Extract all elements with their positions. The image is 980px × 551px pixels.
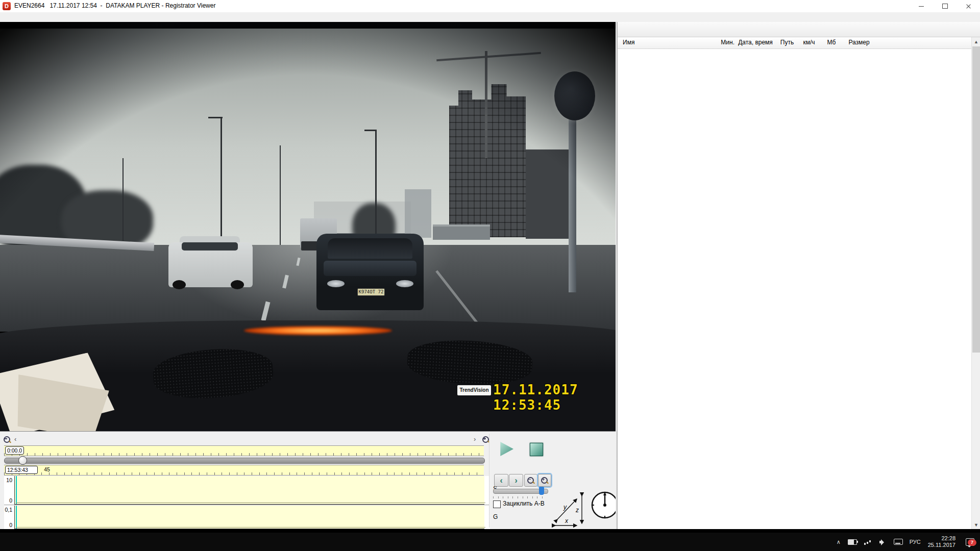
black-strip xyxy=(0,529,980,533)
slider-track[interactable] xyxy=(4,458,485,464)
speed-trace xyxy=(16,503,485,503)
current-position-label: 0:00.0 xyxy=(5,446,24,455)
speed-graph[interactable]: 10 0 xyxy=(4,476,490,505)
y-max-label: 0,1 xyxy=(4,507,12,513)
zoom-in-button[interactable] xyxy=(538,474,551,487)
menu-bar xyxy=(0,12,980,22)
minimize-icon xyxy=(919,6,924,7)
col-datetime[interactable]: Дата, время xyxy=(730,39,781,46)
zoom-out-button[interactable] xyxy=(524,474,537,487)
playhead-cursor xyxy=(16,506,17,529)
minimize-button[interactable] xyxy=(910,0,933,12)
playhead-cursor xyxy=(16,476,17,504)
file-list-panel: Имя Мин. Дата, время Путь км/ч Мб Размер… xyxy=(618,22,980,529)
tray-expand-icon[interactable]: ∧ xyxy=(837,539,841,545)
video-viewport[interactable]: К974ОТ 72 TrendVision 17.11.2017 12:53:4… xyxy=(0,22,616,431)
action-center-button[interactable]: 7 xyxy=(963,538,976,546)
scrollbar[interactable]: ▲ ▼ xyxy=(971,37,980,529)
y-axis-label: y xyxy=(563,504,567,511)
timeline-scroll-right-icon[interactable]: › xyxy=(474,436,476,443)
col-name[interactable]: Имя xyxy=(623,39,634,46)
volume-icon[interactable] xyxy=(879,539,887,545)
loop-ab-checkbox[interactable] xyxy=(493,500,501,508)
gsensor-axes-diagram: y z x xyxy=(551,491,589,531)
windshield-vignette xyxy=(0,22,616,431)
prev-file-button[interactable]: ‹ xyxy=(494,474,508,487)
system-tray: ∧ РУС 22:28 25.11.2017 7 xyxy=(833,533,980,551)
loop-ab-label: Зациклить А-В xyxy=(503,500,545,507)
close-icon xyxy=(966,4,971,9)
table-header[interactable]: Имя Мин. Дата, время Путь км/ч Мб Размер xyxy=(618,37,971,49)
tray-date: 25.11.2017 xyxy=(928,542,955,548)
current-time-label: 12:53:43 xyxy=(5,466,38,474)
brand-overlay: TrendVision xyxy=(457,385,491,395)
tray-time: 22:28 xyxy=(928,535,955,542)
file-list-toolbar xyxy=(618,22,980,37)
file-rows xyxy=(618,48,971,529)
language-indicator[interactable]: РУС xyxy=(910,539,921,545)
y-min-label: 0 xyxy=(4,522,12,528)
timeline-slider[interactable] xyxy=(4,456,484,464)
tray-clock[interactable]: 22:28 25.11.2017 xyxy=(928,535,955,548)
maximize-button[interactable] xyxy=(933,0,957,12)
datakam-player-window: D EVEN2664 17.11.2017 12:54 - DATAKAM PL… xyxy=(0,0,980,551)
scrollbar-thumb[interactable] xyxy=(972,46,980,353)
bottom-control-area: ‹ › 0:00.0 12:53:43 45 10 0 S 0,1 0 xyxy=(0,431,616,530)
gsensor-trace xyxy=(16,527,485,528)
zoom-in-icon xyxy=(541,477,549,485)
maximize-icon xyxy=(942,4,948,9)
slider-thumb[interactable] xyxy=(18,456,27,465)
battery-icon[interactable] xyxy=(848,539,857,545)
volume-slider-thumb[interactable] xyxy=(539,487,544,495)
next-file-button[interactable]: › xyxy=(509,474,523,487)
taskbar: ∧ РУС 22:28 25.11.2017 7 xyxy=(0,533,980,551)
y-min-label: 0 xyxy=(4,497,12,504)
y-max-label: 10 xyxy=(4,477,12,483)
tick-marks xyxy=(4,472,484,475)
timeline-scroll-left-icon[interactable]: ‹ xyxy=(14,436,16,443)
scroll-up-icon[interactable]: ▲ xyxy=(972,37,980,46)
speed-plot-area xyxy=(14,476,484,505)
gsensor-graph[interactable]: 0,1 0 xyxy=(4,506,490,530)
volume-slider-ticks xyxy=(493,496,547,498)
timeline-relative-scale[interactable]: 0:00.0 xyxy=(4,445,484,456)
scroll-down-icon[interactable]: ▼ xyxy=(972,520,980,529)
video-timestamp-overlay: 17.11.2017 12:53:45 xyxy=(493,382,616,413)
title-bar[interactable]: D EVEN2664 17.11.2017 12:54 - DATAKAM PL… xyxy=(0,0,980,13)
z-axis-label: z xyxy=(575,507,579,514)
close-button[interactable] xyxy=(957,0,980,12)
divider xyxy=(489,434,490,528)
col-path[interactable]: Путь xyxy=(777,39,797,46)
timeline-absolute-scale[interactable]: 12:53:43 45 xyxy=(4,465,484,475)
zoom-out-icon xyxy=(527,477,535,485)
col-size[interactable]: Размер xyxy=(843,39,875,46)
gsensor-plot-area xyxy=(14,506,484,529)
x-axis-label: x xyxy=(565,517,569,524)
keyboard-icon[interactable] xyxy=(894,539,903,545)
col-mb[interactable]: Мб xyxy=(821,39,842,46)
play-button[interactable] xyxy=(499,442,513,456)
network-icon[interactable] xyxy=(864,539,872,545)
app-logo-icon: D xyxy=(3,2,11,10)
tick-marks xyxy=(4,453,484,456)
stop-button[interactable] xyxy=(530,443,543,456)
col-kmh[interactable]: км/ч xyxy=(798,39,820,46)
file-table: Имя Мин. Дата, время Путь км/ч Мб Размер xyxy=(618,37,971,529)
window-title: EVEN2664 17.11.2017 12:54 - DATAKAM PLAY… xyxy=(14,2,215,9)
gsensor-axis-label: G xyxy=(493,513,498,520)
notification-badge: 7 xyxy=(968,539,976,546)
